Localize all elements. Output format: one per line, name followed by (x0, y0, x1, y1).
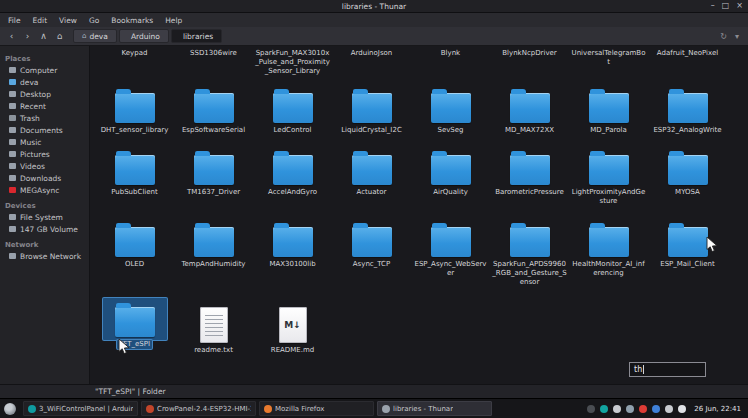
menu-item[interactable]: Bookmarks (111, 16, 153, 25)
menu-caret-icon[interactable]: ▾ (735, 32, 739, 41)
sidebar-item[interactable]: Trash (0, 112, 89, 124)
file-item[interactable]: SparkFun_MAX3010x_Pulse_and_Proximity_Se… (253, 49, 332, 76)
file-item[interactable]: Adafruit_NeoPixel (648, 49, 727, 76)
file-item[interactable]: ESP_Async_WebServer (411, 218, 490, 287)
file-item[interactable]: MYOSA (648, 146, 727, 206)
file-item[interactable]: TFT_eSPI (95, 298, 174, 355)
back-icon[interactable]: ‹ (5, 32, 18, 41)
tray-icon[interactable] (665, 405, 673, 413)
sidebar-item[interactable]: Desktop (0, 88, 89, 100)
tray-icon[interactable] (639, 405, 647, 413)
menu-item[interactable]: File (8, 16, 21, 25)
file-item[interactable]: Keypad (95, 49, 174, 76)
file-item[interactable]: TempAndHumidity (174, 218, 253, 287)
file-item[interactable]: Blynk (411, 49, 490, 76)
sidebar-item[interactable]: Browse Network (0, 250, 89, 262)
tray-icon[interactable] (587, 405, 595, 413)
file-item[interactable]: LedControl (253, 84, 332, 135)
sidebar-item[interactable]: Downloads (0, 172, 89, 184)
file-item[interactable]: BlynkNcpDriver (490, 49, 569, 76)
tray-icon[interactable] (600, 405, 608, 413)
breadcrumb-button[interactable]: ⌂ deva (73, 29, 117, 43)
sidebar-item[interactable]: Documents (0, 124, 89, 136)
file-icon-wrap (498, 218, 562, 260)
sidebar-item[interactable]: Places (0, 53, 89, 64)
place-icon (9, 175, 16, 181)
menu-item[interactable]: Edit (33, 16, 48, 25)
file-item[interactable]: HealthMonitor_AI_inferencing (569, 218, 648, 287)
file-item[interactable]: OLED (95, 218, 174, 287)
file-item[interactable]: LightProximityAndGesture (569, 146, 648, 206)
file-item[interactable]: SevSeg (411, 84, 490, 135)
tray-icon[interactable] (652, 405, 660, 413)
file-item[interactable]: AirQuality (411, 146, 490, 206)
file-item[interactable]: MD_MAX72XX (490, 84, 569, 135)
breadcrumb-button[interactable]: Arduino (119, 29, 169, 43)
file-item[interactable]: BarometricPressure (490, 146, 569, 206)
file-item[interactable]: SSD1306wire (174, 49, 253, 76)
sidebar-item[interactable]: Computer (0, 64, 89, 76)
file-icon (352, 227, 392, 257)
minimize-icon[interactable]: – (711, 2, 715, 10)
file-label: DHT_sensor_library (101, 126, 169, 135)
file-label: ESP32_AnalogWrite (653, 126, 721, 135)
forward-icon[interactable]: › (21, 32, 34, 41)
file-item[interactable]: UniversalTelegramBot (569, 49, 648, 76)
applications-menu-icon[interactable] (4, 403, 16, 415)
file-icon-wrap (419, 146, 483, 188)
sidebar-item[interactable]: Videos (0, 160, 89, 172)
file-icon (431, 93, 471, 123)
sidebar-item[interactable]: Pictures (0, 148, 89, 160)
home-icon[interactable]: ⌂ (53, 32, 66, 41)
titlebar[interactable]: libraries - Thunar – □ × (0, 0, 748, 13)
close-icon[interactable]: × (736, 2, 743, 10)
file-item[interactable]: ESP32_AnalogWrite (648, 84, 727, 135)
sidebar-item[interactable]: 147 GB Volume (0, 223, 89, 235)
menu-item[interactable]: Help (165, 16, 182, 25)
sidebar-item-label: Videos (20, 162, 45, 171)
taskbar-window-button[interactable]: Mozilla Firefox (259, 401, 374, 416)
sidebar-item-label: Pictures (20, 150, 50, 159)
file-item[interactable]: MAX30100lib (253, 218, 332, 287)
sidebar-item[interactable]: deva (0, 76, 89, 88)
sidebar-item[interactable]: File System (0, 211, 89, 223)
file-item[interactable]: MD_Parola (569, 84, 648, 135)
menu-item[interactable]: View (59, 16, 77, 25)
file-icon-wrap (656, 84, 720, 126)
file-item[interactable]: Actuator (332, 146, 411, 206)
file-item[interactable]: DHT_sensor_library (95, 84, 174, 135)
file-item[interactable]: SparkFun_APDS9960_RGB_and_Gesture_Sensor (490, 218, 569, 287)
tray-icon[interactable] (626, 405, 634, 413)
file-item[interactable]: PubSubClient (95, 146, 174, 206)
sidebar-item[interactable]: Recent (0, 100, 89, 112)
sidebar-item[interactable]: Devices (0, 200, 89, 211)
file-item[interactable]: EspSoftwareSerial (174, 84, 253, 135)
file-item[interactable]: Async_TCP (332, 218, 411, 287)
file-item[interactable]: TM1637_Driver (174, 146, 253, 206)
menu-item[interactable]: Go (89, 16, 99, 25)
breadcrumb-button[interactable]: libraries (171, 29, 222, 43)
up-icon[interactable]: ∧ (37, 32, 50, 41)
file-item[interactable]: ArduinoJson (332, 49, 411, 76)
typeahead-search-input[interactable]: th (629, 362, 706, 377)
sidebar-item[interactable]: MEGAsync (0, 184, 89, 196)
file-icon-wrap (261, 218, 325, 260)
maximize-icon[interactable]: □ (722, 2, 730, 10)
clock[interactable]: 26 Jun, 22:41 (694, 405, 744, 413)
file-item[interactable]: AccelAndGyro (253, 146, 332, 206)
tray-icon[interactable] (613, 405, 621, 413)
file-item[interactable]: README.md (253, 298, 332, 355)
file-item[interactable]: LiquidCrystal_I2C (332, 84, 411, 135)
file-label: TM1637_Driver (187, 188, 240, 197)
file-item[interactable]: readme.txt (174, 298, 253, 355)
reload-icon[interactable]: ↻ (720, 32, 727, 41)
file-view[interactable]: Keypad SSD1306wire (90, 46, 748, 384)
file-label: ESP_Mail_Client (660, 260, 715, 269)
taskbar-window-button[interactable]: CrowPanel-2.4-ESP32-HMI-3... (141, 401, 256, 416)
taskbar-window-button[interactable]: libraries - Thunar (377, 401, 492, 416)
taskbar-window-label: libraries - Thunar (393, 405, 453, 413)
sidebar-item[interactable]: Network (0, 239, 89, 250)
sidebar-item[interactable]: Music (0, 136, 89, 148)
tray-icon[interactable] (678, 405, 686, 413)
taskbar-window-button[interactable]: 3_WiFiControlPanel | Arduin... (23, 401, 138, 416)
